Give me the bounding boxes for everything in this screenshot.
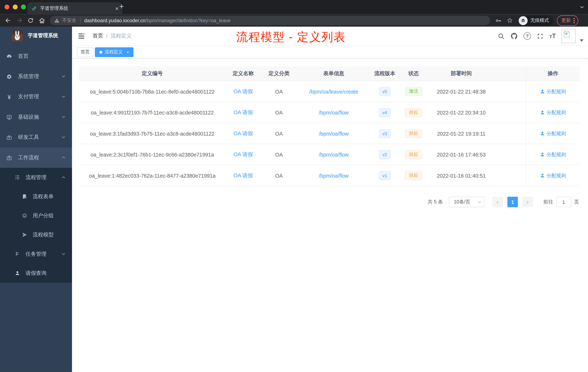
prev-page-button[interactable]: ‹ <box>492 197 503 207</box>
sidebar-item-process-management[interactable]: 流程管理 <box>0 168 72 187</box>
password-key-icon[interactable] <box>495 17 502 24</box>
logo-image <box>12 30 23 41</box>
page-number-button[interactable]: 1 <box>507 197 518 207</box>
tag-process-definition[interactable]: 流程定义 × <box>95 47 134 57</box>
goto-page-input[interactable]: 1 <box>556 197 571 207</box>
incognito-icon <box>519 16 528 25</box>
definition-id: oa_leave:2:3c1f0ef1-76b1-11ec-9c66-a2380… <box>79 144 225 165</box>
browser-window: 芋道管理系统 × + <box>0 0 588 372</box>
sidebar-item-user-group[interactable]: 用户分组 <box>0 206 72 225</box>
chevron-up-icon <box>62 155 66 160</box>
sidebar-logo[interactable]: 芋道管理系统 <box>0 27 72 44</box>
sidebar-item-label: 流程模型 <box>32 231 54 238</box>
sidebar-item-home[interactable]: 首页 <box>0 46 72 66</box>
page-size-value: 10条/页 <box>454 198 470 205</box>
sidebar-collapse-icon[interactable] <box>78 32 85 40</box>
sidebar-item-process-form[interactable]: 流程表单 <box>0 187 72 206</box>
select-caret-icon <box>477 200 482 204</box>
tag-close-icon[interactable]: × <box>126 49 129 55</box>
form-link[interactable]: /bpm/oa/flow <box>319 109 349 115</box>
avatar[interactable] <box>561 29 576 43</box>
page-content: 定义编号 定义名称 定义分类 表单信息 流程版本 状态 部署时间 操作 oa_l… <box>72 59 588 372</box>
definition-name-link[interactable]: OA 请假 <box>234 130 253 137</box>
browser-menu-dots-icon[interactable] <box>573 17 575 23</box>
definition-name-link[interactable]: OA 请假 <box>234 109 253 116</box>
minimize-window-button[interactable] <box>13 5 18 10</box>
home-icon[interactable] <box>39 17 45 24</box>
assign-rule-link[interactable]: 分配规则 <box>540 151 566 158</box>
active-tag-dot <box>99 50 103 54</box>
incognito-badge: 无痕模式 <box>518 15 553 26</box>
zoom-window-button[interactable] <box>21 5 26 10</box>
new-tab-button[interactable]: + <box>119 2 124 11</box>
version-badge: v1 <box>378 171 391 180</box>
sidebar-item-system[interactable]: 系统管理 <box>0 66 72 87</box>
chevron-down-icon <box>62 95 66 99</box>
assign-rule-link[interactable]: 分配规则 <box>540 88 566 95</box>
forward-icon[interactable] <box>16 17 22 24</box>
bookmark-star-icon[interactable] <box>506 17 513 24</box>
briefcase-icon <box>6 155 12 161</box>
next-page-button[interactable]: › <box>522 197 533 207</box>
definition-id: oa_leave:5:004b710b-7b8a-11ec-8ef0-acde4… <box>79 81 225 102</box>
column-header: 流程版本 <box>370 66 399 81</box>
sidebar-item-workflow[interactable]: 工作流程 <box>0 148 72 168</box>
breadcrumb: 首页 / 流程定义 <box>93 33 131 39</box>
search-icon[interactable] <box>498 33 505 40</box>
page-size-select[interactable]: 10条/页 <box>449 197 485 207</box>
deploy-time: 2022-01-22 19:19:11 <box>428 123 494 144</box>
broken-image-icon <box>563 30 571 38</box>
column-header: 定义编号 <box>79 66 225 81</box>
annotation-title: 流程模型 - 定义列表 <box>236 29 346 45</box>
sidebar-item-dev-tools[interactable]: 研发工具 <box>0 127 72 147</box>
reload-icon[interactable] <box>27 17 34 24</box>
user-group-icon <box>22 213 27 219</box>
goto-label: 前往 <box>544 198 553 205</box>
breadcrumb-home[interactable]: 首页 <box>93 33 103 39</box>
breadcrumb-current: 流程定义 <box>111 33 132 39</box>
github-icon[interactable] <box>510 32 518 40</box>
browser-toolbar: 不安全 dashboard.yudao.iocoder.cn/bpm/manag… <box>0 14 588 27</box>
column-header: 操作 <box>526 66 580 81</box>
tab-search-caret-icon[interactable] <box>580 5 584 10</box>
url-text: dashboard.yudao.iocoder.cn/bpm/manager/d… <box>84 18 231 23</box>
browser-tab[interactable]: 芋道管理系统 × <box>27 2 122 14</box>
definition-name-link[interactable]: OA 请假 <box>234 88 253 95</box>
tab-close-icon[interactable]: × <box>115 5 118 11</box>
form-link[interactable]: /bpm/oa/leave/create <box>309 88 358 94</box>
sidebar-item-infrastructure[interactable]: 基础设施 <box>0 107 72 127</box>
definition-name-link[interactable]: OA 请假 <box>234 151 253 158</box>
font-size-icon[interactable]: TT <box>549 33 556 39</box>
form-link[interactable]: /bpm/oa/flow <box>319 152 349 157</box>
form-link[interactable]: /bpm/oa/flow <box>319 173 349 178</box>
paper-plane-icon <box>22 232 27 238</box>
back-icon[interactable] <box>5 17 11 24</box>
table-row: oa_leave:1:482ec033-762a-11ec-8477-a2380… <box>79 165 580 186</box>
sidebar-item-payment[interactable]: ¥ 支付管理 <box>0 87 72 107</box>
tag-active-label: 流程定义 <box>105 49 123 55</box>
user-icon <box>540 89 545 94</box>
help-icon[interactable]: ? <box>524 32 531 40</box>
monitor-icon <box>6 114 12 120</box>
sidebar-item-leave-query[interactable]: 请假查询 <box>0 263 72 283</box>
tree-icon <box>15 251 20 257</box>
assign-rule-link[interactable]: 分配规则 <box>540 172 566 179</box>
sidebar-item-process-model[interactable]: 流程模型 <box>0 225 72 244</box>
address-bar[interactable]: 不安全 dashboard.yudao.iocoder.cn/bpm/manag… <box>50 16 490 25</box>
tag-home[interactable]: 首页 <box>77 47 94 57</box>
yen-icon: ¥ <box>6 94 12 100</box>
fullscreen-icon[interactable] <box>537 33 544 40</box>
assign-rule-link[interactable]: 分配规则 <box>540 130 566 137</box>
definition-name-link[interactable]: OA 请假 <box>234 172 253 179</box>
chrome-update-button[interactable]: 更新 <box>557 15 578 26</box>
definition-category: OA <box>261 165 297 186</box>
sidebar-menu: 首页 系统管理 ¥ 支付管理 <box>0 44 72 283</box>
column-header: 状态 <box>399 66 428 81</box>
form-link[interactable]: /bpm/oa/flow <box>319 131 349 136</box>
table-header-row: 定义编号 定义名称 定义分类 表单信息 流程版本 状态 部署时间 操作 <box>79 66 580 81</box>
avatar-caret-icon[interactable] <box>580 40 584 42</box>
sidebar-item-task-management[interactable]: 任务管理 <box>0 244 72 263</box>
assign-rule-link[interactable]: 分配规则 <box>540 109 566 116</box>
status-badge: 挂起 <box>405 129 422 138</box>
close-window-button[interactable] <box>5 5 10 10</box>
